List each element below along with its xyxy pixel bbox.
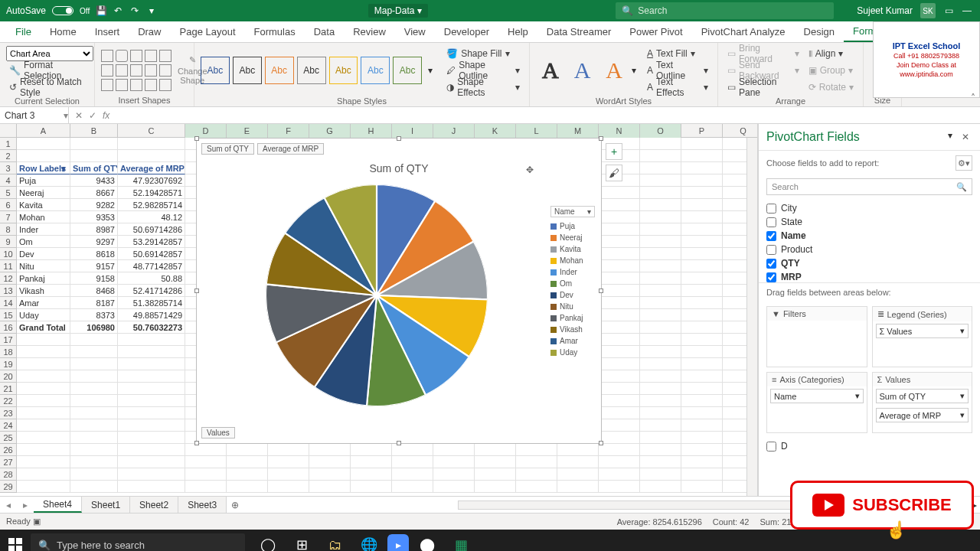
cell[interactable]: [681, 162, 723, 174]
col-header[interactable]: F: [268, 124, 309, 138]
cell[interactable]: [640, 248, 681, 260]
pane-layout-button[interactable]: ⚙▾: [956, 155, 972, 171]
tell-me-search[interactable]: 🔍 Search: [616, 2, 834, 19]
cell[interactable]: [70, 481, 118, 493]
cell[interactable]: 8618: [70, 248, 118, 260]
sheet-tab-sheet3[interactable]: Sheet3: [178, 497, 227, 513]
col-header[interactable]: D: [185, 124, 227, 138]
cell[interactable]: [681, 456, 723, 468]
field-product[interactable]: Product: [766, 243, 972, 256]
chart-values-chip[interactable]: Values: [201, 427, 235, 439]
cell[interactable]: Mohan: [17, 211, 70, 223]
cell[interactable]: [475, 444, 516, 456]
cell[interactable]: [681, 138, 723, 150]
cell[interactable]: [640, 260, 681, 272]
cell[interactable]: 51.38285714: [118, 297, 185, 309]
document-title[interactable]: Map-Data ▾: [368, 4, 428, 18]
cell[interactable]: [640, 346, 681, 358]
cell[interactable]: [268, 456, 309, 468]
cell[interactable]: [70, 468, 118, 481]
row-header[interactable]: 18: [0, 346, 16, 358]
cell[interactable]: Pankaj: [17, 272, 70, 285]
chart-field-sumqty[interactable]: Sum of QTY: [201, 143, 254, 155]
cell[interactable]: 9157: [70, 260, 118, 272]
cell[interactable]: 50.88: [118, 272, 185, 285]
row-header[interactable]: 6: [0, 199, 16, 211]
undo-icon[interactable]: ↶: [113, 5, 123, 16]
cell[interactable]: [351, 444, 392, 456]
taskbar-taskview-icon[interactable]: ⊞: [286, 530, 317, 551]
col-header[interactable]: E: [227, 124, 268, 138]
cell[interactable]: [70, 370, 118, 383]
cell[interactable]: [17, 432, 70, 444]
rotate-button[interactable]: ⟳ Rotate ▾: [805, 80, 857, 95]
shape-style-5[interactable]: Abc: [329, 57, 358, 84]
text-effects-button[interactable]: A Text Effects ▾: [644, 80, 711, 95]
cell[interactable]: [681, 211, 723, 223]
cell[interactable]: [70, 334, 118, 346]
row-header[interactable]: 28: [0, 468, 16, 481]
legend-item[interactable]: Pankaj: [550, 312, 595, 324]
cell[interactable]: [681, 432, 723, 444]
cell[interactable]: [70, 407, 118, 419]
legend-item[interactable]: Amar: [550, 335, 595, 347]
area-axis[interactable]: ≡ Axis (Categories) Name▾: [766, 372, 867, 433]
cell[interactable]: 50.69714286: [118, 223, 185, 236]
cell[interactable]: [118, 395, 185, 407]
cell[interactable]: [640, 468, 681, 481]
values-item-avgmrp[interactable]: Average of MRP▾: [876, 408, 969, 422]
legend-item[interactable]: Inder: [550, 266, 595, 278]
user-name[interactable]: Sujeet Kumar: [857, 5, 913, 16]
cell[interactable]: [681, 383, 723, 395]
sheet-nav-next[interactable]: ▸: [17, 500, 34, 510]
group-button[interactable]: ▣ Group ▾: [805, 63, 857, 78]
cell[interactable]: [599, 223, 640, 236]
sheet-tab-sheet4[interactable]: Sheet4: [34, 497, 82, 513]
cell[interactable]: [475, 468, 516, 481]
cell[interactable]: Average of MRP: [118, 162, 185, 174]
format-selection-button[interactable]: 🔧 Format Selection: [6, 63, 88, 78]
axis-item-name[interactable]: Name▾: [770, 389, 864, 403]
cell[interactable]: [599, 211, 640, 223]
tab-file[interactable]: File: [6, 21, 41, 42]
field-mrp[interactable]: MRP: [766, 270, 972, 282]
cell[interactable]: 8468: [70, 285, 118, 297]
row-header[interactable]: 7: [0, 211, 16, 223]
cell[interactable]: [118, 383, 185, 395]
cell[interactable]: Grand Total: [17, 321, 70, 334]
cell[interactable]: [599, 321, 640, 334]
shape-style-3[interactable]: Abc: [265, 57, 294, 84]
chart-elements-button[interactable]: +: [606, 143, 622, 160]
cell[interactable]: [227, 481, 268, 493]
bring-forward-button[interactable]: ▭ Bring Forward ▾: [724, 46, 802, 61]
cell[interactable]: 52.41714286: [118, 285, 185, 297]
cell[interactable]: [599, 432, 640, 444]
row-header[interactable]: 13: [0, 285, 16, 297]
cell[interactable]: [17, 138, 70, 150]
row-header[interactable]: 16: [0, 321, 16, 334]
row-header[interactable]: 27: [0, 456, 16, 468]
cell[interactable]: [433, 444, 475, 456]
cell[interactable]: [681, 223, 723, 236]
tab-power-pivot[interactable]: Power Pivot: [620, 21, 691, 42]
cell[interactable]: [681, 297, 723, 309]
legend-header[interactable]: Name▾: [550, 206, 595, 217]
cell[interactable]: [640, 211, 681, 223]
cell[interactable]: [640, 334, 681, 346]
row-header[interactable]: 15: [0, 309, 16, 321]
row-header[interactable]: 23: [0, 407, 16, 419]
cell[interactable]: 8987: [70, 223, 118, 236]
col-header[interactable]: Q: [723, 124, 758, 138]
tab-home[interactable]: Home: [41, 21, 86, 42]
cell[interactable]: [118, 468, 185, 481]
cell[interactable]: [599, 407, 640, 419]
cell[interactable]: [681, 370, 723, 383]
cell[interactable]: [17, 334, 70, 346]
col-header[interactable]: K: [475, 124, 516, 138]
row-header[interactable]: 22: [0, 395, 16, 407]
row-header[interactable]: 9: [0, 236, 16, 248]
name-box[interactable]: Chart 3 ▾: [0, 107, 69, 123]
tab-page-layout[interactable]: Page Layout: [171, 21, 245, 42]
sheet-nav-prev[interactable]: ◂: [0, 500, 17, 510]
shape-style-1[interactable]: Abc: [201, 57, 230, 84]
